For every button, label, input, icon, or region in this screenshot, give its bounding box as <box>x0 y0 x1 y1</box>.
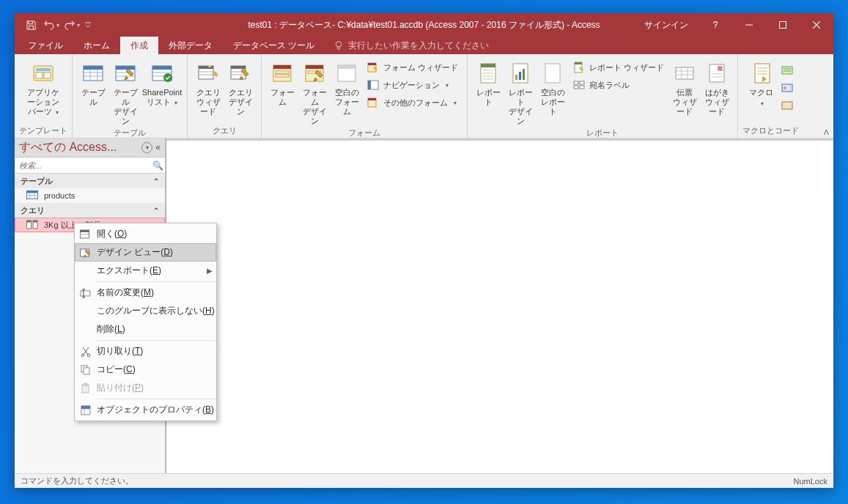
maximize-button[interactable] <box>766 13 800 37</box>
table-button[interactable]: テーブル <box>77 57 109 108</box>
svg-rect-35 <box>515 75 517 80</box>
svg-rect-27 <box>368 63 376 65</box>
cm-cut[interactable]: 切り取り(T) <box>75 342 216 360</box>
svg-rect-44 <box>580 86 584 89</box>
application-parts-button[interactable]: アプリケーションパーツ ▾ <box>23 57 64 119</box>
svg-point-1 <box>336 42 342 47</box>
query-design-button[interactable]: クエリデザイン <box>224 57 257 118</box>
save-icon[interactable] <box>21 15 41 35</box>
svg-rect-47 <box>718 67 722 70</box>
svg-rect-9 <box>116 66 135 70</box>
design-view-icon <box>75 248 97 258</box>
labels-button[interactable]: 宛名ラベル <box>569 76 668 94</box>
search-input[interactable] <box>15 161 150 170</box>
module-button[interactable] <box>778 62 796 79</box>
navpane-header[interactable]: すべての Access... ▾« <box>15 138 165 158</box>
tab-file[interactable]: ファイル <box>18 37 73 54</box>
svg-rect-18 <box>273 65 291 69</box>
cm-properties[interactable]: オブジェクトのプロパティ(B) <box>75 401 216 419</box>
svg-rect-66 <box>84 368 89 374</box>
form-icon <box>270 62 294 85</box>
cm-hide-group[interactable]: このグループに表示しない(H) <box>75 302 216 320</box>
undo-icon[interactable]: ▾ <box>41 15 62 35</box>
report-design-button[interactable]: レポートデザイン <box>504 57 537 127</box>
collapse-ribbon-icon[interactable]: ᐱ <box>824 128 829 136</box>
cm-rename[interactable]: 名前の変更(M) <box>75 284 216 302</box>
cm-delete[interactable]: 削除(L) <box>75 320 216 338</box>
ribbon-group-tables: テーブル テーブルデザイン SharePointリスト ▾ テーブル <box>73 54 188 138</box>
form-design-button[interactable]: フォームデザイン <box>298 57 331 127</box>
qat-customize-icon[interactable] <box>82 15 94 35</box>
redo-icon[interactable]: ▾ <box>62 15 82 35</box>
svg-rect-40 <box>575 62 582 64</box>
cm-design-view[interactable]: デザイン ビュー(D) <box>75 243 216 262</box>
cm-open[interactable]: 開く(O) <box>75 225 216 243</box>
svg-rect-31 <box>368 98 376 100</box>
navpane-search[interactable]: 🔍 <box>15 158 165 174</box>
help-button[interactable]: ? <box>698 13 732 37</box>
navgroup-tables-header[interactable]: テーブル⌃ <box>15 174 165 188</box>
navgroup-queries-header[interactable]: クエリ⌃ <box>15 203 165 218</box>
blank-report-button[interactable]: 空白のレポート <box>537 57 569 118</box>
signin-link[interactable]: サインイン <box>634 19 698 32</box>
status-message: コマンドを入力してください。 <box>21 475 133 486</box>
svg-rect-5 <box>44 73 51 78</box>
open-icon <box>75 229 97 240</box>
tell-me-search[interactable]: 実行したい作業を入力してください <box>325 37 498 54</box>
navigation-button[interactable]: ナビゲーション▾ <box>363 76 462 94</box>
svg-rect-49 <box>782 67 792 74</box>
query-design-icon <box>229 62 252 85</box>
class-module-button[interactable] <box>778 79 796 97</box>
svg-rect-3 <box>36 68 51 71</box>
table-icon <box>81 62 105 85</box>
query-wizard-button[interactable]: クエリウィザード <box>192 57 224 118</box>
svg-rect-37 <box>523 69 525 80</box>
vb-icon <box>781 100 793 111</box>
table-design-button[interactable]: テーブルデザイン <box>109 57 141 127</box>
svg-rect-62 <box>81 291 90 296</box>
tab-external-data[interactable]: 外部データ <box>158 37 223 54</box>
cm-paste: 貼り付け(P) <box>75 379 216 397</box>
tab-database-tools[interactable]: データベース ツール <box>223 37 325 54</box>
cm-export[interactable]: エクスポート(E)▶ <box>75 262 216 280</box>
report-wizard-button[interactable]: レポート ウィザード <box>569 59 668 76</box>
other-forms-button[interactable]: その他のフォーム▾ <box>363 94 462 111</box>
visual-basic-button[interactable] <box>778 97 796 114</box>
form-wizard-button[interactable]: フォーム ウィザード <box>363 59 462 76</box>
workspace <box>166 138 833 473</box>
close-button[interactable] <box>800 13 833 37</box>
form-button[interactable]: フォーム <box>266 57 298 108</box>
minimize-button[interactable] <box>732 13 766 37</box>
report-icon <box>476 62 500 85</box>
sharepoint-list-button[interactable]: SharePointリスト ▾ <box>141 57 182 109</box>
svg-rect-42 <box>580 81 584 84</box>
ribbon-group-queries: クエリウィザード クエリデザイン クエリ <box>188 54 262 138</box>
nav-item-table[interactable]: products <box>15 188 165 203</box>
svg-rect-11 <box>152 66 172 70</box>
sharepoint-icon <box>150 62 174 85</box>
table-item-icon <box>26 190 38 201</box>
postcard-wizard-button[interactable]: はがきウィザード <box>701 57 733 118</box>
svg-rect-56 <box>27 220 32 223</box>
table-design-icon <box>114 62 137 85</box>
search-icon[interactable]: 🔍 <box>150 160 165 171</box>
cm-copy[interactable]: コピー(C) <box>75 360 216 379</box>
ribbon-tabs: ファイル ホーム 作成 外部データ データベース ツール 実行したい作業を入力し… <box>15 37 833 54</box>
shutter-collapse-icon[interactable]: « <box>155 142 161 153</box>
svg-rect-41 <box>574 81 578 84</box>
report-design-icon <box>509 62 532 85</box>
blank-form-button[interactable]: 空白のフォーム <box>331 57 363 118</box>
svg-rect-43 <box>574 86 578 89</box>
voucher-icon <box>673 62 696 85</box>
report-wizard-icon <box>573 62 585 73</box>
tab-home[interactable]: ホーム <box>73 37 120 54</box>
svg-rect-33 <box>481 64 495 67</box>
voucher-wizard-button[interactable]: 伝票ウィザード <box>668 57 701 118</box>
svg-rect-29 <box>368 81 371 89</box>
tab-create[interactable]: 作成 <box>120 37 158 54</box>
report-button[interactable]: レポート <box>472 57 504 108</box>
form-wizard-icon <box>367 62 379 73</box>
macro-button[interactable]: マクロ ▾ <box>746 57 778 110</box>
svg-rect-7 <box>84 66 103 70</box>
navpane-menu-icon[interactable]: ▾ <box>141 142 152 153</box>
